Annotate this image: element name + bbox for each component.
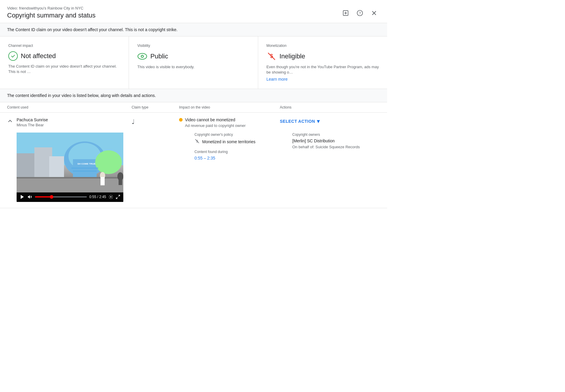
claim-content-used: Pachuca Sunrise Minus The Bear xyxy=(7,117,132,127)
dialog-subtitle: Video: friendswithyou's Rainbow City in … xyxy=(7,6,95,10)
visibility-desc: This video is visible to everybody. xyxy=(137,64,249,70)
dropdown-arrow-icon: ▾ xyxy=(317,118,320,125)
claim-details-col: Copyright owner's policy $ Monetized in … xyxy=(189,133,289,202)
info-banner: The Content ID claim on your video doesn… xyxy=(0,23,387,36)
copyright-owners-col: Copyright owners [Merlin] SC Distributio… xyxy=(289,133,380,202)
video-thumbnail: SH COME TRUE xyxy=(17,133,141,202)
dollar-off-icon: $ xyxy=(266,51,277,61)
learn-more-link[interactable]: Learn more xyxy=(266,77,288,82)
svg-point-32 xyxy=(110,196,111,197)
svg-text:SH COME TRUE: SH COME TRUE xyxy=(77,162,96,165)
col-header-content-used: Content used xyxy=(7,105,132,109)
visibility-label: Visibility xyxy=(137,44,249,48)
expanded-claim-type-spacer xyxy=(141,133,189,202)
copyright-owner-label: Copyright owners xyxy=(292,133,380,137)
impact-title: Video cannot be monetized xyxy=(185,117,235,122)
svg-point-9 xyxy=(142,56,143,57)
channel-impact-value: Not affected xyxy=(8,51,120,61)
policy-section: Copyright owner's policy $ Monetized in … xyxy=(194,133,289,145)
svg-rect-26 xyxy=(100,177,105,185)
fullscreen-icon xyxy=(116,195,120,199)
claim-type-cell: ♩ xyxy=(132,117,179,126)
dialog-action-icons: ? xyxy=(340,7,380,19)
svg-rect-22 xyxy=(17,177,123,179)
svg-text:$: $ xyxy=(270,53,273,59)
dialog-title: Copyright summary and status xyxy=(7,12,95,19)
impact-desc: Ad revenue paid to copyright owner xyxy=(185,123,280,128)
status-cell-monetization: Monetization $ Ineligible Even though yo… xyxy=(258,36,387,89)
volume-icon xyxy=(27,194,33,200)
col-header-impact: Impact on the video xyxy=(179,105,280,109)
progress-thumb xyxy=(50,195,53,199)
claim-artist: Minus The Bear xyxy=(17,123,48,127)
volume-button[interactable] xyxy=(27,194,33,200)
check-circle-icon xyxy=(8,51,18,61)
claim-expanded: SH COME TRUE xyxy=(0,133,387,208)
svg-marker-30 xyxy=(21,195,24,199)
svg-rect-24 xyxy=(119,178,122,185)
chevron-up-icon xyxy=(7,118,13,124)
svg-text:?: ? xyxy=(359,11,361,15)
svg-line-34 xyxy=(116,197,118,199)
fullscreen-button[interactable] xyxy=(116,195,120,199)
svg-point-20 xyxy=(95,150,122,174)
policy-label: Copyright owner's policy xyxy=(194,133,289,137)
monetization-value: $ Ineligible xyxy=(266,51,379,61)
video-scene: SH COME TRUE xyxy=(17,133,123,192)
table-header: Content used Claim type Impact on the vi… xyxy=(0,102,387,113)
music-note-icon: ♩ xyxy=(132,118,135,126)
play-button[interactable] xyxy=(20,194,25,200)
flag-icon xyxy=(342,10,349,16)
status-cell-channel-impact: Channel impact Not affected The Content … xyxy=(0,36,129,89)
help-button[interactable]: ? xyxy=(354,7,366,19)
monetize-off-icon: $ xyxy=(194,138,200,145)
visibility-value: Public xyxy=(137,51,249,61)
claim-row-header: Pachuca Sunrise Minus The Bear ♩ Video c… xyxy=(0,113,387,133)
status-cell-visibility: Visibility Public This video is visible … xyxy=(129,36,258,89)
help-icon: ? xyxy=(357,10,363,16)
copyright-owner-behalf: On behalf of: Suicide Squeeze Records xyxy=(292,144,380,150)
monetization-desc: Even though you're not in the YouTube Pa… xyxy=(266,64,379,75)
video-scene-svg: SH COME TRUE xyxy=(17,133,123,192)
dialog-header: Video: friendswithyou's Rainbow City in … xyxy=(0,0,387,23)
status-grid: Channel impact Not affected The Content … xyxy=(0,36,387,89)
col-header-claim-type: Claim type xyxy=(132,105,179,109)
actions-cell: SELECT ACTION ▾ xyxy=(280,117,380,125)
dialog-title-area: Video: friendswithyou's Rainbow City in … xyxy=(7,6,95,19)
policy-value: Monetized in some territories xyxy=(202,139,256,144)
progress-bar[interactable] xyxy=(35,196,87,197)
col-header-actions: Actions xyxy=(280,105,380,109)
monetization-label: Monetization xyxy=(266,44,379,48)
expand-chevron-button[interactable] xyxy=(7,118,13,125)
eye-icon xyxy=(137,51,147,61)
svg-line-33 xyxy=(118,195,120,197)
claim-row: Pachuca Sunrise Minus The Bear ♩ Video c… xyxy=(0,113,387,208)
svg-text:$: $ xyxy=(196,139,198,143)
copyright-owner-name: [Merlin] SC Distribution xyxy=(292,138,380,143)
close-button[interactable] xyxy=(368,7,380,19)
impact-dot-icon xyxy=(179,118,183,122)
impact-cell: Video cannot be monetized Ad revenue pai… xyxy=(179,117,280,128)
progress-fill xyxy=(35,196,52,197)
svg-rect-21 xyxy=(17,177,123,192)
video-controls: 0:55 / 2:45 xyxy=(17,192,123,202)
content-banner: The content identified in your video is … xyxy=(0,89,387,102)
select-action-button[interactable]: SELECT ACTION ▾ xyxy=(280,118,320,125)
found-label: Content found during xyxy=(194,150,289,154)
found-during-section: Content found during 0:55 – 2:35 xyxy=(194,150,289,160)
time-range-link[interactable]: 0:55 – 2:35 xyxy=(194,156,215,160)
policy-value-row: $ Monetized in some territories xyxy=(194,138,289,145)
video-player[interactable]: SH COME TRUE xyxy=(17,133,123,202)
svg-marker-31 xyxy=(28,195,30,199)
flag-button[interactable] xyxy=(340,7,352,19)
claim-title: Pachuca Sunrise xyxy=(17,117,48,122)
content-info: Pachuca Sunrise Minus The Bear xyxy=(17,117,48,127)
time-display: 0:55 / 2:45 xyxy=(89,195,106,199)
channel-impact-desc: The Content ID claim on your video doesn… xyxy=(8,64,120,74)
settings-icon xyxy=(108,195,113,199)
close-icon xyxy=(371,10,377,16)
play-icon xyxy=(20,194,25,200)
impact-main: Video cannot be monetized xyxy=(179,117,280,122)
channel-impact-label: Channel impact xyxy=(8,44,120,48)
settings-button[interactable] xyxy=(108,195,113,199)
